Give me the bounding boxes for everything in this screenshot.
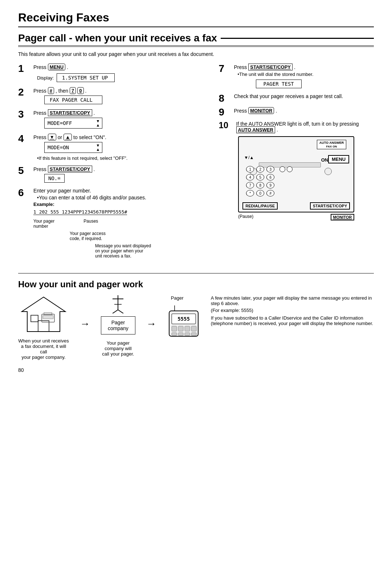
svg-line-9 — [118, 310, 123, 313]
hash-key: # — [48, 87, 54, 94]
menu-btn-device: MENU — [328, 155, 349, 163]
svg-rect-2 — [31, 315, 38, 322]
page-header: Receiving Faxes — [18, 11, 374, 27]
display-7: PAGER TEST — [256, 80, 302, 88]
vert-arrow-label: ▼/▲ — [244, 155, 254, 160]
how-title: How your unit and pager work — [18, 279, 374, 289]
step-8: 8 Check that your pager receives a pager… — [219, 93, 374, 104]
section-heading: Receiving Faxes — [18, 11, 374, 24]
diagram-row: When your unit receives a fax document, … — [18, 295, 374, 360]
auto-answer-key: AUTO ANSWER — [236, 126, 275, 133]
circle-1 — [279, 166, 285, 172]
svg-text:5555: 5555 — [177, 316, 190, 322]
on-label: ON — [321, 157, 328, 163]
menu-key: MENU — [48, 64, 65, 70]
svg-rect-20 — [178, 333, 183, 336]
annotations-area: Your pager number Pauses Your pager acce… — [33, 219, 208, 259]
fax-caption: When your unit receives a fax document, … — [18, 338, 69, 360]
svg-line-8 — [113, 310, 118, 313]
pause-label: (Pause) — [238, 214, 253, 220]
section-title: Pager call - when your unit receives a f… — [18, 32, 374, 47]
display-3: MODE=OFF ▼ ▲ — [44, 118, 102, 129]
pager-company-caption: Your pager company will call your pager. — [102, 340, 134, 357]
key-0: 0 — [77, 87, 83, 94]
svg-rect-5 — [44, 313, 52, 315]
step-1: 1 Press MENU . Display: 1.SYSTEM SET UP — [18, 64, 208, 84]
right-column: 7 Press START/SET/COPY . •The unit will … — [219, 64, 374, 264]
svg-rect-17 — [185, 326, 190, 331]
step-3: 3 Press START/SET/COPY . MODE=OFF ▼ ▲ — [18, 109, 208, 130]
key-4: 4 — [246, 174, 254, 180]
svg-rect-4 — [43, 315, 53, 319]
pager-label: Pager — [171, 295, 184, 301]
right-description: A few minutes later, your pager will dis… — [211, 295, 374, 326]
key-5: 5 — [256, 174, 264, 180]
step-4: 4 Press ▼ or ▲ to select "ON". MODE=ON ▼… — [18, 134, 208, 162]
intro-text: This feature allows your unit to call yo… — [18, 51, 374, 57]
svg-rect-15 — [172, 326, 177, 331]
pager-company-box: Pager company — [101, 316, 135, 334]
arrow-1: → — [80, 318, 90, 330]
key-hash: # — [266, 190, 274, 196]
device-body: AUTO ANSWER FAX ON ▼/▲ ON MENU 1 — [238, 136, 354, 212]
down-key: ▼ — [48, 134, 56, 141]
key-1: 1 — [246, 166, 254, 173]
key-6: 6 — [266, 174, 274, 180]
startset-key-5: START/SET/COPY — [48, 166, 92, 173]
keypad: 1 2 3 4 5 6 7 8 — [246, 166, 346, 198]
step-7: 7 Press START/SET/COPY . •The unit will … — [219, 64, 374, 90]
how-section: How your unit and pager work When your u… — [18, 279, 374, 360]
step4-bullet: •If this feature is not required, select… — [37, 155, 208, 161]
step-10: 10 If the AUTO ANSWER light is off, turn… — [219, 121, 374, 133]
circle-2 — [287, 166, 293, 172]
step-5: 5 Press START/SET/COPY . NO.= — [18, 166, 208, 184]
monitor-key: MONITOR — [248, 107, 274, 114]
key-8: 8 — [256, 182, 264, 188]
example-block: 1 202 555 1234PPP12345678PPP5555# Your p… — [33, 209, 208, 259]
diagram-pager-company: Pager company Your pager company will ca… — [101, 295, 135, 357]
key-9: 9 — [266, 182, 274, 188]
key-0: 0 — [256, 190, 264, 196]
svg-rect-19 — [172, 333, 177, 336]
diagram-pager: Pager 5555 — [167, 295, 200, 340]
bottom-buttons: REDIAL/PAUSE START/SET/COPY — [242, 202, 350, 210]
key-7: 7 — [70, 87, 76, 94]
step-2: 2 Press # , then 7 0 . FAX PAGER CALL — [18, 87, 208, 106]
key-2: 2 — [256, 166, 264, 173]
svg-rect-22 — [191, 333, 196, 336]
display-5: NO.= — [44, 174, 65, 183]
device-illustration: AUTO ANSWER FAX ON ▼/▲ ON MENU 1 — [219, 136, 374, 220]
arrow-2: → — [146, 318, 156, 330]
display-4: MODE=ON ▼ ▲ — [44, 142, 102, 153]
pager-svg: 5555 — [167, 304, 200, 340]
key-star: * — [246, 190, 254, 196]
step-6: 6 Enter your pager number. •You can ente… — [18, 188, 208, 261]
title-line — [221, 38, 374, 39]
svg-rect-16 — [178, 326, 183, 331]
step-9: 9 Press MONITOR . — [219, 107, 374, 117]
startset-key-7: START/SET/COPY — [248, 64, 293, 70]
key-3: 3 — [266, 166, 274, 173]
page-number: 80 — [18, 367, 374, 373]
svg-rect-21 — [185, 333, 190, 336]
tower-svg — [109, 295, 127, 313]
startset-key-3: START/SET/COPY — [48, 109, 92, 116]
example-number: 1 202 555 1234PPP12345678PPP5555# — [33, 209, 127, 215]
left-column: 1 Press MENU . Display: 1.SYSTEM SET UP … — [18, 64, 208, 264]
diagram-fax: When your unit receives a fax document, … — [18, 295, 69, 360]
display-2: FAX PAGER CALL — [44, 96, 102, 104]
section-divider — [18, 273, 374, 273]
redial-btn: REDIAL/PAUSE — [242, 202, 278, 210]
auto-answer-btn: AUTO ANSWER FAX ON — [317, 140, 347, 149]
up-key: ▲ — [64, 134, 72, 141]
key-7: 7 — [246, 182, 254, 188]
display-1: 1.SYSTEM SET UP — [57, 73, 115, 82]
fax-machine-svg — [20, 295, 67, 335]
monitor-btn-device: MONITOR — [331, 214, 355, 220]
startset-btn-device: START/SET/COPY — [310, 202, 350, 210]
svg-rect-18 — [191, 326, 196, 331]
